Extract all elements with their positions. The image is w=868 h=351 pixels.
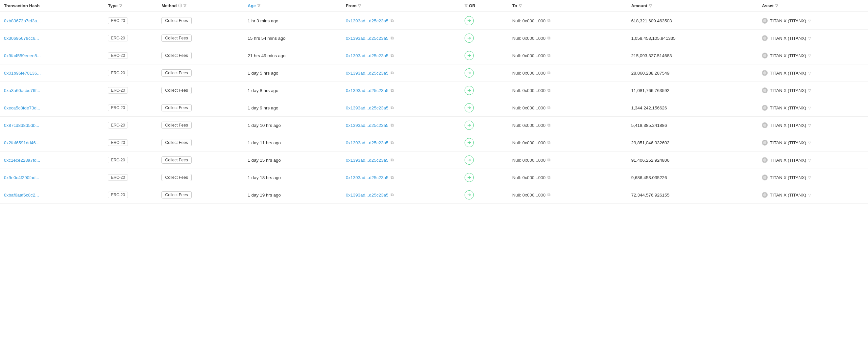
- to-address-2: Null: 0x000...000: [512, 53, 546, 58]
- titan-icon-1: [763, 36, 767, 40]
- to-copy-icon-10[interactable]: ⧉: [548, 192, 550, 197]
- type-badge-10: ERC-20: [108, 192, 128, 198]
- from-copy-icon-2[interactable]: ⧉: [391, 53, 394, 58]
- arrow-button-8[interactable]: [465, 155, 474, 165]
- asset-row-filter-icon-3[interactable]: ▽: [808, 71, 811, 75]
- asset-filter-icon[interactable]: ▽: [775, 4, 778, 8]
- asset-row-filter-icon-4[interactable]: ▽: [808, 88, 811, 93]
- arrow-right-icon-6: [467, 123, 471, 127]
- amount-filter-icon[interactable]: ▽: [649, 4, 652, 8]
- arrow-button-3[interactable]: [465, 68, 474, 77]
- from-address-link-0[interactable]: 0x1393ad...d25c23a5: [346, 19, 389, 23]
- type-filter-icon[interactable]: ▽: [119, 4, 122, 8]
- arrow-button-2[interactable]: [465, 51, 474, 60]
- asset-row-filter-icon-6[interactable]: ▽: [808, 123, 811, 128]
- cell-asset-6: TITAN X (TITANX) ▽: [758, 117, 868, 134]
- arrow-button-0[interactable]: [465, 16, 474, 25]
- cell-amount-0: 618,321,609.463503: [627, 12, 758, 30]
- cell-to-9: Null: 0x000...000 ⧉: [508, 169, 627, 186]
- tx-hash-link-4[interactable]: 0xa3a60acbc76f...: [4, 88, 40, 93]
- or-filter-icon[interactable]: ▽: [465, 4, 467, 8]
- from-copy-icon-7[interactable]: ⧉: [391, 140, 394, 145]
- to-filter-icon[interactable]: ▽: [519, 4, 522, 8]
- tx-hash-link-5[interactable]: 0xeca5c8fde73d...: [4, 105, 40, 110]
- from-copy-icon-5[interactable]: ⧉: [391, 105, 394, 110]
- cell-from-9: 0x1393ad...d25c23a5 ⧉: [342, 169, 461, 186]
- to-copy-icon-7[interactable]: ⧉: [548, 140, 550, 145]
- type-badge-1: ERC-20: [108, 35, 128, 41]
- from-address-link-9[interactable]: 0x1393ad...d25c23a5: [346, 175, 389, 180]
- asset-row-filter-icon-8[interactable]: ▽: [808, 158, 811, 162]
- cell-tx-hash-0: 0xb83673b7ef3a...: [0, 12, 104, 30]
- tx-hash-link-10[interactable]: 0xbaf6aaf6c8c2...: [4, 193, 39, 197]
- table-row: 0xb83673b7ef3a... ERC-20 Collect Fees 1 …: [0, 12, 868, 30]
- arrow-right-icon-1: [467, 36, 471, 40]
- cell-tx-hash-9: 0x9e0c4f290fad...: [0, 169, 104, 186]
- arrow-button-10[interactable]: [465, 190, 474, 199]
- from-address-link-6[interactable]: 0x1393ad...d25c23a5: [346, 123, 389, 128]
- from-copy-icon-0[interactable]: ⧉: [391, 18, 394, 23]
- from-address-link-2[interactable]: 0x1393ad...d25c23a5: [346, 53, 389, 58]
- to-copy-icon-5[interactable]: ⧉: [548, 105, 550, 110]
- to-copy-icon-4[interactable]: ⧉: [548, 88, 550, 93]
- arrow-button-9[interactable]: [465, 173, 474, 182]
- tx-hash-link-7[interactable]: 0x2faf6591dd46...: [4, 140, 39, 145]
- asset-icon-7: [762, 140, 768, 146]
- arrow-button-7[interactable]: [465, 138, 474, 147]
- from-copy-icon-4[interactable]: ⧉: [391, 88, 394, 93]
- from-address-link-1[interactable]: 0x1393ad...d25c23a5: [346, 36, 389, 41]
- table-row: 0xc1ece228a7fd... ERC-20 Collect Fees 1 …: [0, 152, 868, 169]
- arrow-button-5[interactable]: [465, 103, 474, 113]
- from-address-link-5[interactable]: 0x1393ad...d25c23a5: [346, 105, 389, 110]
- to-copy-icon-1[interactable]: ⧉: [548, 35, 550, 41]
- tx-hash-link-9[interactable]: 0x9e0c4f290fad...: [4, 175, 39, 180]
- from-copy-icon-10[interactable]: ⧉: [391, 192, 394, 197]
- from-copy-icon-9[interactable]: ⧉: [391, 175, 394, 180]
- from-copy-icon-8[interactable]: ⧉: [391, 157, 394, 163]
- tx-hash-link-8[interactable]: 0xc1ece228a7fd...: [4, 158, 40, 163]
- asset-name-10: TITAN X (TITANX): [770, 193, 806, 197]
- asset-row-filter-icon-10[interactable]: ▽: [808, 193, 811, 197]
- from-copy-icon-6[interactable]: ⧉: [391, 123, 394, 128]
- tx-hash-link-0[interactable]: 0xb83673b7ef3a...: [4, 19, 41, 23]
- to-copy-icon-2[interactable]: ⧉: [548, 53, 550, 58]
- cell-asset-2: TITAN X (TITANX) ▽: [758, 47, 868, 64]
- arrow-button-1[interactable]: [465, 34, 474, 43]
- asset-row-filter-icon-7[interactable]: ▽: [808, 141, 811, 145]
- tx-hash-link-1[interactable]: 0x30695679cc6...: [4, 36, 39, 41]
- cell-to-4: Null: 0x000...000 ⧉: [508, 82, 627, 99]
- tx-hash-link-2[interactable]: 0x9fa4559eeee8...: [4, 53, 41, 58]
- from-copy-icon-3[interactable]: ⧉: [391, 70, 394, 75]
- asset-row-filter-icon-0[interactable]: ▽: [808, 19, 811, 23]
- arrow-button-4[interactable]: [465, 86, 474, 95]
- arrow-button-6[interactable]: [465, 121, 474, 130]
- to-copy-icon-6[interactable]: ⧉: [548, 123, 550, 128]
- age-text-2: 21 hrs 49 mins ago: [248, 53, 285, 58]
- asset-row-filter-icon-2[interactable]: ▽: [808, 54, 811, 58]
- titan-icon-10: [763, 193, 767, 197]
- to-copy-icon-3[interactable]: ⧉: [548, 70, 550, 75]
- from-copy-icon-1[interactable]: ⧉: [391, 35, 394, 41]
- cell-method-6: Collect Fees: [157, 117, 244, 134]
- age-text-3: 1 day 5 hrs ago: [248, 71, 278, 75]
- asset-row-filter-icon-1[interactable]: ▽: [808, 36, 811, 40]
- age-filter-icon[interactable]: ▽: [257, 4, 260, 8]
- asset-row-filter-icon-5[interactable]: ▽: [808, 106, 811, 110]
- titan-icon-0: [763, 19, 767, 23]
- to-copy-icon-9[interactable]: ⧉: [548, 175, 550, 180]
- asset-row-filter-icon-9[interactable]: ▽: [808, 176, 811, 180]
- from-address-link-10[interactable]: 0x1393ad...d25c23a5: [346, 193, 389, 197]
- method-help-icon[interactable]: ⓘ: [178, 3, 182, 8]
- tx-hash-link-3[interactable]: 0x01b96fe78136...: [4, 71, 41, 75]
- to-copy-icon-0[interactable]: ⧉: [548, 18, 550, 23]
- cell-age-9: 1 day 18 hrs ago: [244, 169, 342, 186]
- from-filter-icon[interactable]: ▽: [358, 4, 361, 8]
- from-address-link-8[interactable]: 0x1393ad...d25c23a5: [346, 158, 389, 163]
- col-header-to: To ▽: [508, 0, 627, 12]
- to-copy-icon-8[interactable]: ⧉: [548, 157, 550, 163]
- from-address-link-7[interactable]: 0x1393ad...d25c23a5: [346, 140, 389, 145]
- from-address-link-3[interactable]: 0x1393ad...d25c23a5: [346, 71, 389, 75]
- method-filter-icon[interactable]: ▽: [183, 4, 186, 8]
- from-address-link-4[interactable]: 0x1393ad...d25c23a5: [346, 88, 389, 93]
- tx-hash-link-6[interactable]: 0x87cd8d8d5db...: [4, 123, 39, 128]
